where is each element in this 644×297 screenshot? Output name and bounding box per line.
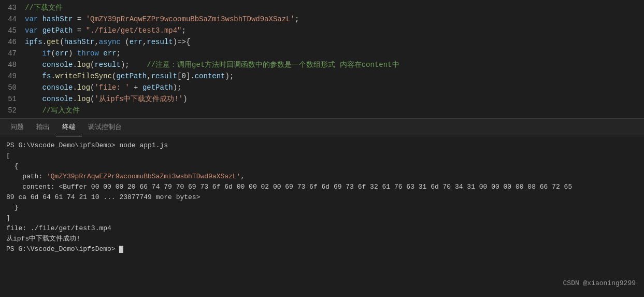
line-number: 45 <box>0 25 25 36</box>
line-number: 48 <box>0 59 25 70</box>
line-content: console.log(result); //注意：调用get方法时回调函数中的… <box>25 59 644 70</box>
line-number: 43 <box>0 2 25 13</box>
terminal-line: content: <Buffer 00 00 00 20 66 74 79 70… <box>6 182 638 192</box>
terminal-area[interactable]: PS G:\Vscode_Demo\ipfsDemo> node app1.js… <box>0 136 644 297</box>
terminal-line: 从ipfs中下载文件成功! <box>6 234 638 244</box>
line-number: 47 <box>0 48 25 59</box>
terminal-line: [ <box>6 151 638 161</box>
tab-bar: 问题输出终端调试控制台 <box>0 118 644 136</box>
tab-输出[interactable]: 输出 <box>30 118 56 136</box>
terminal-line: PS G:\Vscode_Demo\ipfsDemo> <box>6 244 638 254</box>
code-line: 50 console.log('file: ' + getPath); <box>0 82 644 93</box>
line-number: 49 <box>0 70 25 82</box>
code-line: 46ipfs.get(hashStr,async (err,result)=>{ <box>0 36 644 48</box>
code-editor: 43//下载文件44var hashStr = 'QmZY39pRrAqwEZP… <box>0 0 644 118</box>
line-content: fs.writeFileSync(getPath,result[0].conte… <box>25 70 644 82</box>
line-content: var hashStr = 'QmZY39pRrAqwEZPr9wcoomuBb… <box>25 13 644 25</box>
terminal-line: { <box>6 161 638 172</box>
code-line: 45var getPath = "./file/get/test3.mp4"; <box>0 25 644 36</box>
code-line: 49 fs.writeFileSync(getPath,result[0].co… <box>0 70 644 82</box>
terminal-line: PS G:\Vscode_Demo\ipfsDemo> node app1.js <box>6 140 638 151</box>
line-content: if(err) throw err; <box>25 48 644 59</box>
line-content: console.log('file: ' + getPath); <box>25 82 644 93</box>
line-content: var getPath = "./file/get/test3.mp4"; <box>25 25 644 36</box>
code-line: 43//下载文件 <box>0 2 644 13</box>
line-number: 51 <box>0 93 25 105</box>
terminal-line: file: ./file/get/test3.mp4 <box>6 223 638 234</box>
terminal-line: } <box>6 203 638 213</box>
code-line: 47 if(err) throw err; <box>0 48 644 59</box>
line-number: 50 <box>0 82 25 93</box>
line-content: console.log('从ipfs中下载文件成功!') <box>25 93 644 105</box>
line-content: //下载文件 <box>25 2 644 13</box>
code-line: 51 console.log('从ipfs中下载文件成功!') <box>0 93 644 105</box>
terminal-line: ] <box>6 213 638 223</box>
watermark: CSDN @xiaoning9299 <box>563 278 636 289</box>
line-number: 44 <box>0 13 25 25</box>
code-line: 52 //写入文件 <box>0 105 644 116</box>
terminal-line: path: 'QmZY39pRrAqwEZPr9wcoomuBbSaZmi3ws… <box>6 172 638 182</box>
line-content: ipfs.get(hashStr,async (err,result)=>{ <box>25 36 644 48</box>
line-number: 52 <box>0 105 25 116</box>
code-line: 48 console.log(result); //注意：调用get方法时回调函… <box>0 59 644 70</box>
line-number: 46 <box>0 36 25 48</box>
tab-终端[interactable]: 终端 <box>56 118 82 136</box>
tab-调试控制台[interactable]: 调试控制台 <box>82 118 128 136</box>
terminal-line: 89 ca 6d 64 61 74 21 10 ... 23877749 mor… <box>6 192 638 203</box>
line-content: //写入文件 <box>25 105 644 116</box>
tab-问题[interactable]: 问题 <box>4 118 30 136</box>
code-line: 44var hashStr = 'QmZY39pRrAqwEZPr9wcoomu… <box>0 13 644 25</box>
cursor <box>119 246 123 253</box>
